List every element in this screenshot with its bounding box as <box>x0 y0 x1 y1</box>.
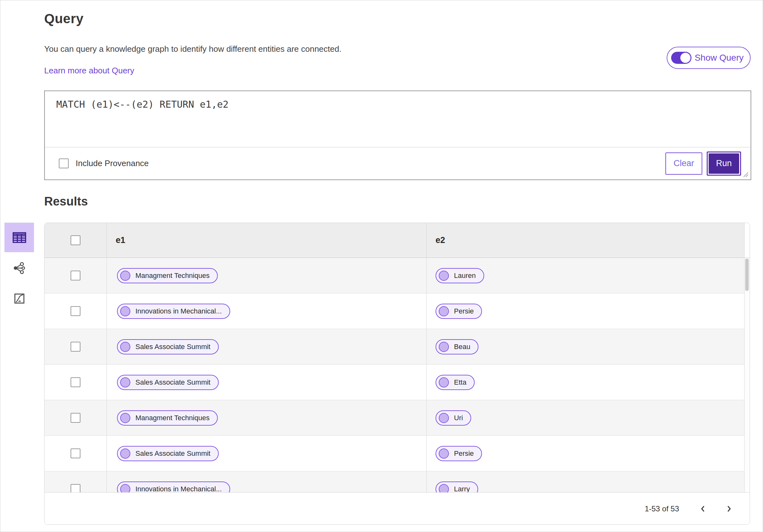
results-table: e1 e2 Managment Techniques Lauren <box>44 222 750 525</box>
row-checkbox-cell <box>45 471 107 492</box>
scrollbar-gutter <box>744 223 750 258</box>
entity-pill[interactable]: Etta <box>436 375 475 390</box>
query-input[interactable]: MATCH (e1)<--(e2) RETURN e1,e2 <box>45 91 751 147</box>
entity-pill[interactable]: Beau <box>436 339 479 354</box>
entity-label: Beau <box>454 343 470 351</box>
row-checkbox-cell <box>45 258 107 293</box>
table-view-icon <box>11 229 28 246</box>
expand-view-icon <box>13 292 26 305</box>
graph-view-icon <box>13 261 26 275</box>
row-checkbox[interactable] <box>70 484 80 492</box>
row-checkbox-cell <box>45 400 107 435</box>
table-row: Sales Associate Summit Beau <box>45 329 744 365</box>
toggle-knob <box>680 53 691 63</box>
scrollbar-thumb[interactable] <box>745 259 749 291</box>
row-checkbox-cell <box>45 436 107 471</box>
entity-pill[interactable]: Lauren <box>436 268 484 283</box>
results-view-switcher <box>4 222 34 314</box>
table-row: Innovations in Mechanical... Persie <box>45 294 744 329</box>
entity-label: Innovations in Mechanical... <box>136 307 222 315</box>
table-row: Managment Techniques Uri <box>45 400 744 436</box>
pagination-range-label: 1-53 of 53 <box>645 504 679 513</box>
cell-e1: Innovations in Mechanical... <box>107 471 427 492</box>
row-checkbox-cell <box>45 329 107 364</box>
run-button[interactable]: Run <box>708 153 739 174</box>
row-checkbox[interactable] <box>70 342 80 352</box>
query-panel: Query You can query a knowledge graph to… <box>0 0 763 532</box>
entity-node-icon <box>120 377 130 388</box>
pagination-bar: 1-53 of 53 <box>45 492 750 525</box>
cell-e2: Etta <box>427 365 744 400</box>
cell-e1: Managment Techniques <box>107 400 427 435</box>
entity-label: Managment Techniques <box>136 414 209 422</box>
cell-e1: Sales Associate Summit <box>107 329 427 364</box>
show-query-toggle[interactable]: Show Query <box>667 47 751 69</box>
cell-e1: Innovations in Mechanical... <box>107 294 427 329</box>
entity-pill[interactable]: Larry <box>436 482 478 492</box>
cell-e2: Larry <box>427 471 744 492</box>
entity-label: Etta <box>454 378 466 387</box>
entity-node-icon <box>439 271 449 281</box>
row-checkbox-cell <box>45 294 107 329</box>
table-view-button[interactable] <box>4 222 34 252</box>
column-header-e2: e2 <box>427 223 744 258</box>
entity-node-icon <box>120 342 130 352</box>
clear-button[interactable]: Clear <box>665 152 702 175</box>
entity-label: Larry <box>454 485 470 492</box>
resize-handle-icon[interactable] <box>742 171 749 178</box>
cell-e2: Persie <box>427 294 744 329</box>
cell-e2: Lauren <box>427 258 744 293</box>
query-editor-box: MATCH (e1)<--(e2) RETURN e1,e2 Include P… <box>44 91 751 180</box>
entity-node-icon <box>439 342 449 352</box>
row-checkbox-cell <box>45 365 107 400</box>
entity-pill[interactable]: Sales Associate Summit <box>117 446 219 461</box>
entity-node-icon <box>120 271 130 281</box>
table-row: Sales Associate Summit Etta <box>45 365 744 400</box>
row-checkbox[interactable] <box>70 448 80 458</box>
row-checkbox[interactable] <box>70 306 80 316</box>
entity-pill[interactable]: Uri <box>436 410 471 426</box>
entity-pill[interactable]: Sales Associate Summit <box>117 339 219 354</box>
results-table-body-wrap: Managment Techniques Lauren Innovations … <box>45 258 750 492</box>
graph-view-button[interactable] <box>4 253 34 283</box>
learn-more-link[interactable]: Learn more about Query <box>44 66 134 76</box>
run-button-focus-ring: Run <box>707 151 741 176</box>
entity-pill[interactable]: Persie <box>436 304 482 319</box>
table-row: Sales Associate Summit Persie <box>45 436 744 471</box>
entity-pill[interactable]: Innovations in Mechanical... <box>117 482 230 492</box>
row-checkbox[interactable] <box>70 271 80 281</box>
select-all-checkbox[interactable] <box>70 235 80 245</box>
results-table-header: e1 e2 <box>45 223 750 258</box>
entity-label: Sales Associate Summit <box>136 343 210 351</box>
entity-label: Uri <box>454 414 463 422</box>
entity-pill[interactable]: Managment Techniques <box>117 410 218 426</box>
table-row: Managment Techniques Lauren <box>45 258 744 294</box>
include-provenance-label: Include Provenance <box>76 158 149 168</box>
entity-label: Sales Associate Summit <box>136 378 210 387</box>
entity-label: Persie <box>454 449 474 458</box>
header-checkbox-cell <box>45 223 107 258</box>
row-checkbox[interactable] <box>70 377 80 387</box>
entity-label: Persie <box>454 307 474 315</box>
vertical-scrollbar[interactable] <box>744 258 750 492</box>
results-table-body: Managment Techniques Lauren Innovations … <box>45 258 750 492</box>
previous-page-button[interactable] <box>696 501 711 516</box>
row-checkbox[interactable] <box>70 413 80 423</box>
entity-pill[interactable]: Persie <box>436 446 482 461</box>
include-provenance-checkbox[interactable] <box>59 158 69 168</box>
entity-label: Managment Techniques <box>136 272 209 280</box>
entity-node-icon <box>120 413 130 423</box>
entity-pill[interactable]: Sales Associate Summit <box>117 375 219 390</box>
expand-view-button[interactable] <box>4 284 34 313</box>
entity-pill[interactable]: Innovations in Mechanical... <box>117 304 230 319</box>
entity-node-icon <box>120 306 130 316</box>
entity-node-icon <box>439 306 449 316</box>
entity-node-icon <box>120 448 130 459</box>
include-provenance-field[interactable]: Include Provenance <box>59 158 149 168</box>
results-title: Results <box>44 195 88 208</box>
toggle-on-icon[interactable] <box>671 52 692 64</box>
entity-node-icon <box>120 484 130 492</box>
entity-node-icon <box>439 484 449 492</box>
entity-pill[interactable]: Managment Techniques <box>117 268 218 283</box>
next-page-button[interactable] <box>721 501 736 516</box>
